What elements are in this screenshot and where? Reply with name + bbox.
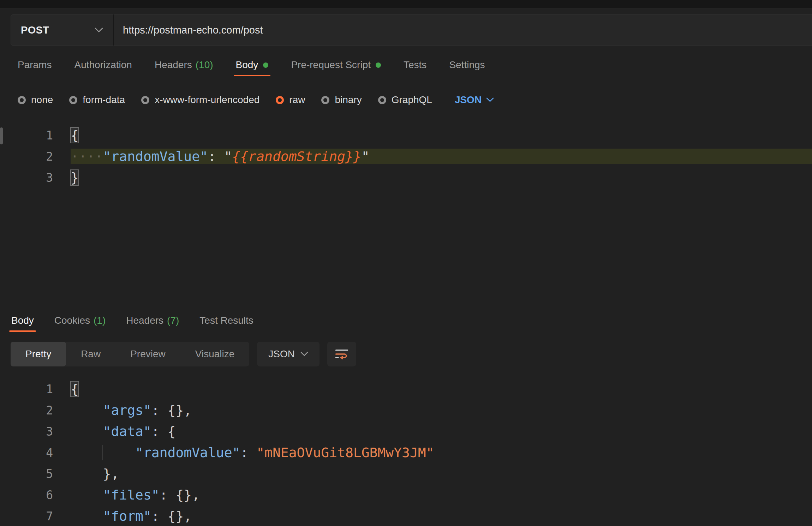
line-number: 4 bbox=[0, 446, 71, 460]
code-content: { bbox=[71, 381, 812, 397]
code-token: : bbox=[240, 445, 256, 460]
radio-icon bbox=[378, 96, 386, 104]
code-line[interactable]: 7 "form": {}, bbox=[0, 506, 812, 526]
tab-body[interactable]: Body bbox=[236, 59, 269, 71]
radio-icon bbox=[321, 96, 329, 104]
code-line[interactable]: 4 "randomValue": "mNEaOVuGit8LGBMwY3JM" bbox=[0, 442, 812, 463]
tab-label: Pre-request Script bbox=[291, 59, 371, 71]
code-token: } bbox=[71, 170, 79, 185]
view-mode-switcher: Pretty Raw Preview Visualize bbox=[11, 342, 249, 366]
chevron-down-icon bbox=[300, 352, 308, 357]
radio-raw[interactable]: raw bbox=[276, 94, 305, 106]
code-line[interactable]: 5 }, bbox=[0, 463, 812, 484]
code-token: {}, bbox=[175, 487, 200, 503]
code-token: : bbox=[151, 402, 168, 418]
green-dot-icon bbox=[376, 62, 381, 68]
radio-label: form-data bbox=[83, 94, 125, 106]
tab-params[interactable]: Params bbox=[18, 59, 52, 71]
code-content: } bbox=[71, 170, 812, 185]
view-mode-label: Pretty bbox=[25, 348, 51, 360]
code-token: : bbox=[160, 487, 176, 503]
code-token: ···· bbox=[71, 149, 103, 164]
code-content: "args": {}, bbox=[71, 402, 812, 418]
text-wrap-button[interactable] bbox=[327, 342, 356, 366]
tab-count: (1) bbox=[94, 315, 106, 326]
view-mode-label: Preview bbox=[130, 348, 166, 360]
raw-language-label: JSON bbox=[455, 94, 482, 106]
line-number: 1 bbox=[0, 128, 71, 142]
chevron-down-icon bbox=[486, 97, 494, 102]
code-token: "data" bbox=[103, 424, 151, 439]
url-text: https://postman-echo.com/post bbox=[123, 24, 263, 36]
radio-icon bbox=[69, 96, 77, 104]
radio-label: binary bbox=[335, 94, 362, 106]
radio-binary[interactable]: binary bbox=[321, 94, 362, 106]
green-dot-icon bbox=[263, 62, 268, 68]
tab-settings[interactable]: Settings bbox=[449, 59, 485, 71]
code-line[interactable]: 3 "data": { bbox=[0, 421, 812, 442]
code-content: }, bbox=[71, 466, 812, 482]
code-token: " bbox=[224, 149, 232, 164]
code-line[interactable]: 1{ bbox=[0, 125, 812, 146]
code-token: {{randomString}} bbox=[232, 149, 362, 164]
radio-label: raw bbox=[289, 94, 305, 106]
code-line[interactable]: 1{ bbox=[0, 378, 812, 400]
request-body-editor[interactable]: 1{2····"randomValue": "{{randomString}}"… bbox=[0, 125, 812, 304]
response-body-viewer[interactable]: 1{2 "args": {},3 "data": {4 "randomValue… bbox=[0, 378, 812, 526]
view-mode-visualize[interactable]: Visualize bbox=[180, 342, 250, 366]
editor-scrollbar[interactable] bbox=[0, 127, 3, 144]
response-language-label: JSON bbox=[268, 348, 295, 360]
tab-label: Body bbox=[236, 59, 258, 71]
method-dropdown[interactable]: POST bbox=[11, 14, 114, 46]
line-number: 1 bbox=[0, 382, 71, 396]
code-line[interactable]: 2 "args": {}, bbox=[0, 400, 812, 421]
response-language-dropdown[interactable]: JSON bbox=[257, 342, 320, 366]
tab-headers[interactable]: Headers(10) bbox=[155, 59, 213, 71]
line-number: 6 bbox=[0, 488, 71, 502]
response-tab-test-results[interactable]: Test Results bbox=[199, 315, 253, 326]
radio-icon bbox=[141, 96, 149, 104]
radio-x-www-form-urlencoded[interactable]: x-www-form-urlencoded bbox=[141, 94, 259, 106]
code-token bbox=[71, 445, 103, 460]
code-token bbox=[71, 424, 103, 439]
code-token bbox=[71, 487, 103, 503]
radio-graphql[interactable]: GraphQL bbox=[378, 94, 432, 106]
response-tabs: Body Cookies(1) Headers(7) Test Results bbox=[0, 304, 812, 337]
radio-label: x-www-form-urlencoded bbox=[155, 94, 259, 106]
code-line[interactable]: 2····"randomValue": "{{randomString}}" bbox=[0, 146, 812, 167]
code-token bbox=[71, 466, 103, 482]
tab-label: Body bbox=[11, 315, 34, 326]
code-token: "randomValue" bbox=[103, 149, 208, 164]
tab-count: (10) bbox=[196, 59, 213, 71]
radio-label: none bbox=[31, 94, 53, 106]
method-label: POST bbox=[21, 24, 49, 36]
response-section: Body Cookies(1) Headers(7) Test Results … bbox=[0, 304, 812, 526]
code-line[interactable]: 3} bbox=[0, 167, 812, 188]
window-top-strip bbox=[0, 0, 812, 9]
response-tab-headers[interactable]: Headers(7) bbox=[126, 315, 179, 326]
code-token bbox=[71, 402, 103, 418]
code-token: { bbox=[71, 381, 79, 397]
radio-none[interactable]: none bbox=[18, 94, 53, 106]
tab-label: Test Results bbox=[199, 315, 253, 326]
code-token: }, bbox=[103, 466, 119, 482]
code-line[interactable]: 6 "files": {}, bbox=[0, 484, 812, 506]
view-mode-preview[interactable]: Preview bbox=[115, 342, 180, 366]
line-number: 2 bbox=[0, 404, 71, 417]
response-tab-body[interactable]: Body bbox=[11, 315, 34, 326]
radio-form-data[interactable]: form-data bbox=[69, 94, 125, 106]
raw-language-dropdown[interactable]: JSON bbox=[455, 94, 494, 106]
view-mode-pretty[interactable]: Pretty bbox=[11, 342, 66, 366]
code-token: {}, bbox=[168, 508, 192, 524]
line-number: 5 bbox=[0, 467, 71, 481]
code-content: { bbox=[71, 127, 812, 143]
url-input[interactable]: https://postman-echo.com/post bbox=[114, 14, 812, 46]
response-tab-cookies[interactable]: Cookies(1) bbox=[54, 315, 106, 326]
line-number: 2 bbox=[0, 150, 71, 163]
view-mode-raw[interactable]: Raw bbox=[66, 342, 115, 366]
code-token: "args" bbox=[103, 402, 151, 418]
tab-pre-request-script[interactable]: Pre-request Script bbox=[291, 59, 381, 71]
code-content: "form": {}, bbox=[71, 508, 812, 524]
tab-authorization[interactable]: Authorization bbox=[74, 59, 132, 71]
tab-tests[interactable]: Tests bbox=[404, 59, 426, 71]
